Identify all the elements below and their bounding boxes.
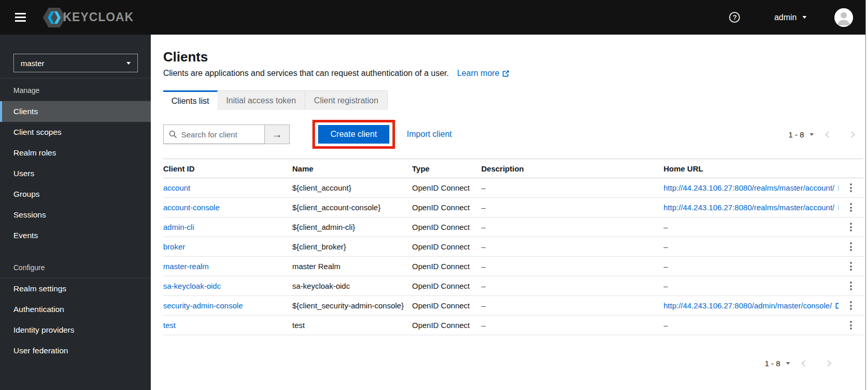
pagination-next-button[interactable] bbox=[840, 131, 863, 138]
row-actions-kebab-button[interactable] bbox=[846, 298, 856, 313]
home-url-link[interactable]: http://44.243.106.27:8080/realms/master/… bbox=[664, 183, 839, 192]
import-client-link[interactable]: Import client bbox=[407, 130, 452, 139]
main-column: KEYCLOAK ? admin bbox=[0, 0, 865, 390]
kebab-icon bbox=[850, 280, 852, 291]
column-header-client-id: Client ID bbox=[163, 164, 292, 173]
keycloak-logo[interactable]: KEYCLOAK bbox=[42, 7, 134, 28]
kebab-icon bbox=[850, 222, 852, 232]
table-row: broker ${client_broker} OpenID Connect –… bbox=[163, 237, 863, 257]
home-url-link[interactable]: http://44.243.106.27:8080/admin/master/c… bbox=[664, 301, 839, 310]
row-actions-kebab-button[interactable] bbox=[846, 200, 856, 214]
client-id-link[interactable]: broker bbox=[163, 242, 185, 251]
brand-text: KEYCLOAK bbox=[63, 10, 134, 24]
client-type: OpenID Connect bbox=[412, 301, 481, 310]
tab-initial-access-token[interactable]: Initial access token bbox=[217, 90, 305, 110]
tab-client-registration[interactable]: Client registration bbox=[305, 90, 388, 110]
home-url-cell: – bbox=[664, 282, 839, 290]
home-url-cell: http://44.243.106.27:8080/realms/master/… bbox=[664, 203, 839, 212]
question-circle-icon: ? bbox=[729, 12, 740, 23]
table-row: sa-keycloak-oidc sa-keycloak-oidc OpenID… bbox=[163, 276, 863, 296]
client-type: OpenID Connect bbox=[412, 242, 481, 251]
nav-group: ManageClientsClient scopesRealm rolesUse… bbox=[0, 86, 151, 246]
kebab-icon bbox=[850, 261, 852, 271]
home-url-link[interactable]: http://44.243.106.27:8080/realms/master/… bbox=[664, 203, 839, 212]
pagination-prev-button[interactable] bbox=[793, 360, 816, 367]
row-actions-kebab-button[interactable] bbox=[846, 220, 856, 234]
client-id-link[interactable]: sa-keycloak-oidc bbox=[163, 282, 221, 290]
sidebar-item-realm-settings[interactable]: Realm settings bbox=[0, 278, 151, 299]
tab-bar: Clients listInitial access tokenClient r… bbox=[163, 90, 863, 110]
learn-more-label: Learn more bbox=[457, 69, 499, 78]
tab-clients-list[interactable]: Clients list bbox=[163, 90, 217, 110]
create-client-button[interactable]: Create client bbox=[318, 125, 389, 144]
page-body: master ManageClientsClient scopesRealm r… bbox=[0, 35, 865, 390]
help-button[interactable]: ? bbox=[729, 12, 740, 23]
hamburger-icon bbox=[15, 13, 26, 22]
column-header-type: Type bbox=[412, 164, 481, 173]
realm-selector-value: master bbox=[21, 59, 44, 68]
kebab-icon bbox=[850, 202, 852, 212]
row-actions-kebab-button[interactable] bbox=[846, 180, 856, 195]
search-group: → bbox=[163, 124, 290, 144]
sidebar: master ManageClientsClient scopesRealm r… bbox=[0, 35, 151, 390]
sidebar-item-user-federation[interactable]: User federation bbox=[0, 340, 151, 361]
sidebar-item-sessions[interactable]: Sessions bbox=[0, 205, 151, 225]
sidebar-item-realm-roles[interactable]: Realm roles bbox=[0, 143, 151, 163]
client-name: ${client_broker} bbox=[292, 242, 412, 251]
kebab-icon bbox=[850, 300, 852, 310]
client-name: ${client_admin-cli} bbox=[292, 223, 412, 231]
client-id-link[interactable]: test bbox=[163, 321, 176, 330]
pagination-prev-button[interactable] bbox=[817, 131, 840, 138]
pagination-next-button[interactable] bbox=[816, 360, 840, 367]
client-type: OpenID Connect bbox=[412, 223, 481, 231]
page-title: Clients bbox=[163, 48, 863, 66]
row-actions-kebab-button[interactable] bbox=[846, 239, 856, 254]
nav-section-title: Configure bbox=[0, 263, 151, 278]
pagination-range-label: 1 - 8 bbox=[765, 359, 780, 368]
user-avatar-icon bbox=[834, 8, 853, 27]
nav-section-title: Manage bbox=[0, 86, 151, 101]
client-id-link[interactable]: account bbox=[163, 183, 191, 192]
sidebar-item-identity-providers[interactable]: Identity providers bbox=[0, 320, 151, 340]
client-id-link[interactable]: account-console bbox=[163, 203, 219, 212]
client-description: – bbox=[481, 183, 664, 192]
user-menu-button[interactable]: admin bbox=[774, 13, 807, 22]
sidebar-item-events[interactable]: Events bbox=[0, 225, 151, 246]
sidebar-item-clients[interactable]: Clients bbox=[0, 101, 151, 122]
avatar[interactable] bbox=[834, 8, 853, 27]
clients-table: Client ID Name Type Description Home URL… bbox=[163, 159, 863, 335]
client-name: sa-keycloak-oidc bbox=[292, 282, 412, 290]
search-input[interactable] bbox=[163, 124, 265, 144]
home-url-cell: – bbox=[664, 242, 839, 251]
scrollbar[interactable] bbox=[865, 0, 868, 390]
client-name: test bbox=[292, 321, 412, 330]
realm-selector[interactable]: master bbox=[13, 54, 138, 72]
chevron-left-icon bbox=[801, 360, 808, 367]
sidebar-item-authentication[interactable]: Authentication bbox=[0, 299, 151, 320]
client-id-link[interactable]: security-admin-console bbox=[163, 301, 243, 310]
client-description: – bbox=[481, 301, 664, 310]
client-description: – bbox=[481, 242, 664, 251]
sidebar-item-users[interactable]: Users bbox=[0, 163, 151, 184]
row-actions-kebab-button[interactable] bbox=[846, 278, 856, 293]
nav-toggle-button[interactable] bbox=[14, 8, 27, 27]
clients-page: Clients Clients are applications and ser… bbox=[151, 35, 865, 390]
search-submit-button[interactable]: → bbox=[265, 124, 290, 144]
table-row: test test OpenID Connect – – bbox=[163, 316, 863, 335]
kebab-icon bbox=[850, 320, 852, 330]
row-actions-kebab-button[interactable] bbox=[846, 318, 856, 332]
client-type: OpenID Connect bbox=[412, 282, 481, 290]
learn-more-link[interactable]: Learn more bbox=[457, 69, 509, 78]
toolbar: → Create client Import client 1 - 8 bbox=[163, 119, 863, 149]
pagination-range-dropdown[interactable]: 1 - 8 bbox=[785, 130, 817, 139]
home-url-empty: – bbox=[664, 223, 668, 231]
sidebar-item-groups[interactable]: Groups bbox=[0, 184, 151, 205]
pagination-bottom: 1 - 8 bbox=[762, 359, 840, 368]
sidebar-item-client-scopes[interactable]: Client scopes bbox=[0, 122, 151, 143]
client-id-link[interactable]: admin-cli bbox=[163, 223, 194, 231]
pagination-range-dropdown[interactable]: 1 - 8 bbox=[762, 359, 793, 368]
home-url-cell: – bbox=[664, 321, 839, 330]
client-name: ${client_security-admin-console} bbox=[292, 301, 412, 310]
client-id-link[interactable]: master-realm bbox=[163, 262, 209, 271]
row-actions-kebab-button[interactable] bbox=[846, 259, 856, 273]
